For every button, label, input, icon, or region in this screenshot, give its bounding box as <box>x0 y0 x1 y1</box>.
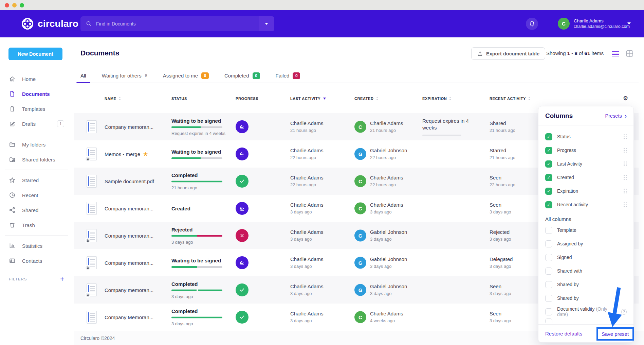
sidebar-item-my-folders[interactable]: My folders <box>0 137 73 152</box>
tab-waiting-for-others[interactable]: Waiting for others8 <box>102 69 147 83</box>
sidebar-item-shared-folders[interactable]: Shared folders <box>0 152 73 167</box>
checkbox-unchecked[interactable] <box>545 268 552 275</box>
sort-desc-icon <box>323 98 326 100</box>
sidebar-item-starred[interactable]: Starred <box>0 173 73 188</box>
recent-activity-label: Seen <box>490 310 511 317</box>
tab-all[interactable]: All <box>80 69 86 83</box>
column-header-name[interactable]: Name <box>105 92 121 105</box>
column-header-status: Status <box>171 92 187 105</box>
sidebar-item-drafts[interactable]: Drafts1 <box>0 116 73 131</box>
column-toggle-progress: ✓Progress <box>545 143 627 157</box>
document-name-cell[interactable]: Company memoran... <box>105 124 169 130</box>
column-header-recent-activity[interactable]: Recent activity <box>490 92 530 105</box>
progress-indicator[interactable] <box>236 283 249 296</box>
save-preset-button[interactable]: Save preset <box>596 327 634 341</box>
sidebar-item-label: Statistics <box>22 243 42 249</box>
status-label: Waiting to be signed <box>171 258 229 263</box>
checkbox-unchecked[interactable] <box>545 227 552 234</box>
checkbox-checked[interactable]: ✓ <box>545 160 552 168</box>
status-cell: Created <box>171 206 229 211</box>
document-name-cell[interactable]: Company memoran... <box>105 233 169 239</box>
tab-assigned-to-me[interactable]: Assigned to me0 <box>163 69 209 83</box>
checkbox-unchecked[interactable] <box>545 318 552 323</box>
close-window-button[interactable] <box>5 3 9 7</box>
user-menu[interactable]: C Charlie Adams charlie.adams@circularo.… <box>558 18 630 30</box>
column-header-last-activity[interactable]: Last activity <box>290 92 326 105</box>
column-header-created[interactable]: Created <box>354 92 378 105</box>
search-input[interactable]: Find in Documents <box>80 16 274 31</box>
app-logo[interactable]: circularo <box>21 17 78 30</box>
expiration-cell: Request expires in 4 weeks <box>422 118 470 136</box>
document-name-cell[interactable]: Company memoran... <box>105 206 169 211</box>
notifications-button[interactable] <box>526 18 538 30</box>
column-settings-gear-icon[interactable]: ⚙ <box>623 95 628 102</box>
checkbox-unchecked[interactable] <box>545 281 552 288</box>
app-logo-text: circularo <box>38 18 78 29</box>
drag-handle-icon[interactable] <box>624 202 627 207</box>
progress-indicator[interactable] <box>236 256 249 269</box>
document-name-cell[interactable]: Company memoran... <box>105 260 169 266</box>
sidebar-item-home[interactable]: Home <box>0 71 73 86</box>
shared-folder-icon <box>9 156 16 163</box>
search-scope-dropdown[interactable] <box>259 16 274 31</box>
showing-range: 1 - 8 <box>567 50 577 56</box>
filters-section: FILTERS+ <box>0 274 73 282</box>
new-document-button[interactable]: New Document <box>8 48 62 60</box>
drag-handle-icon[interactable] <box>624 175 627 180</box>
starred-icon[interactable]: ★ <box>143 151 148 157</box>
sidebar-item-shared[interactable]: Shared <box>0 203 73 218</box>
drag-handle-icon[interactable] <box>624 189 627 193</box>
column-toggle-label: Recent activity <box>557 202 588 207</box>
sidebar-item-documents[interactable]: Documents <box>0 86 73 101</box>
checkbox-unchecked[interactable] <box>545 254 552 261</box>
tab-label: Assigned to me <box>163 73 198 79</box>
minimize-window-button[interactable] <box>12 3 17 7</box>
checkbox-checked[interactable]: ✓ <box>545 133 552 140</box>
progress-indicator[interactable] <box>236 202 249 215</box>
tab-completed[interactable]: Completed0 <box>224 69 260 83</box>
tab-failed[interactable]: Failed0 <box>276 69 300 83</box>
checkbox-unchecked[interactable] <box>545 308 552 315</box>
add-filter-button[interactable]: + <box>60 276 64 282</box>
drag-handle-icon[interactable] <box>624 148 627 153</box>
list-view-toggle[interactable] <box>612 51 619 56</box>
sidebar-item-statistics[interactable]: Statistics <box>0 238 73 253</box>
document-name-cell[interactable]: Memos - merge★ <box>105 151 169 157</box>
last-activity-name: Charlie Adams <box>290 202 324 208</box>
progress-indicator[interactable] <box>236 311 249 324</box>
presets-link[interactable]: Presets › <box>605 113 627 119</box>
progress-indicator[interactable] <box>236 229 249 242</box>
sidebar-item-templates[interactable]: Templates <box>0 101 73 116</box>
progress-indicator[interactable] <box>236 175 249 188</box>
contacts-icon <box>9 257 16 264</box>
checkbox-unchecked[interactable] <box>545 240 552 247</box>
help-icon[interactable]: ? <box>621 309 627 315</box>
document-name-cell[interactable]: Company memoran... <box>105 287 169 293</box>
checkbox-checked[interactable]: ✓ <box>545 201 552 208</box>
checkbox-checked[interactable]: ✓ <box>545 147 552 154</box>
checkbox-checked[interactable]: ✓ <box>545 174 552 181</box>
drag-handle-icon[interactable] <box>624 161 627 166</box>
document-name-cell[interactable]: Company Memoran... <box>105 314 169 320</box>
sidebar-item-contacts[interactable]: Contacts <box>0 253 73 268</box>
drag-handle-icon[interactable] <box>624 134 627 139</box>
sidebar-item-trash[interactable]: Trash <box>0 218 73 232</box>
sidebar: New Document HomeDocumentsTemplatesDraft… <box>0 37 73 345</box>
restore-defaults-link[interactable]: Restore defaults <box>545 331 582 337</box>
zoom-window-button[interactable] <box>20 3 24 7</box>
checkbox-unchecked[interactable] <box>545 295 552 302</box>
recent-activity-cell: Seen3 days ago <box>490 283 511 297</box>
document-icon <box>9 90 16 97</box>
checkbox-checked[interactable]: ✓ <box>545 188 552 195</box>
sort-icon <box>376 97 378 100</box>
clock-icon <box>9 192 16 199</box>
sidebar-item-recent[interactable]: Recent <box>0 188 73 203</box>
progress-indicator[interactable] <box>236 148 249 160</box>
document-name-cell[interactable]: Sample document.pdf <box>105 178 169 184</box>
column-header-expiration[interactable]: Expiration <box>422 92 451 105</box>
progress-indicator[interactable] <box>236 120 249 133</box>
grid-view-toggle[interactable] <box>626 50 633 57</box>
user-menu-chevron-icon[interactable] <box>627 22 631 24</box>
home-icon <box>9 75 16 82</box>
export-document-table-button[interactable]: Export document table <box>471 47 545 60</box>
